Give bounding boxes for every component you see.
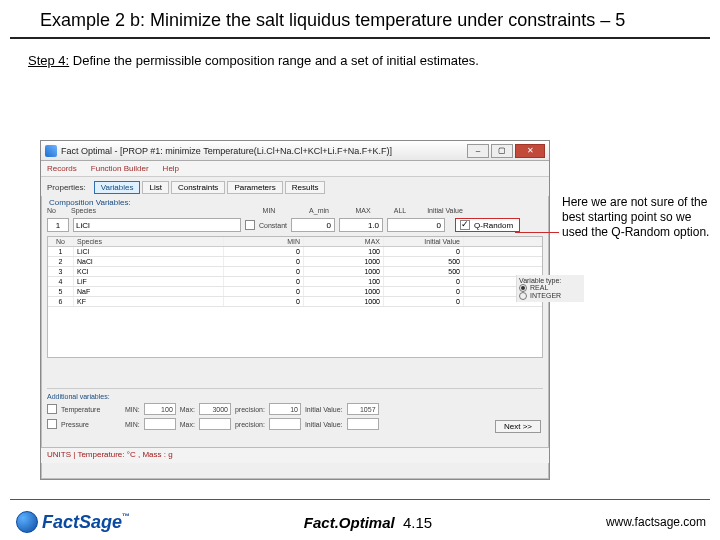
p-iv[interactable] [347,418,379,430]
footer-url: www.factsage.com [606,515,706,529]
th-species: Species [74,237,224,246]
hdr-all: ALL [385,207,415,214]
summary-max[interactable]: 1.0 [339,218,383,232]
step-line: Step 4: Define the permissible compositi… [0,39,720,68]
step-text: Define the permissible composition range… [69,53,479,68]
p-max[interactable] [199,418,231,430]
table-row[interactable]: 2NaCl01000500 [48,257,542,267]
close-button[interactable]: ✕ [515,144,545,158]
hdr-no: No [47,207,71,214]
p-min-label: MIN: [125,421,140,428]
brand-fact: Fact [42,512,79,532]
tab-results[interactable]: Results [285,181,326,194]
th-max: MAX [304,237,384,246]
hdr-amin: A_min [297,207,341,214]
table-row[interactable]: 4LiF01000 [48,277,542,287]
hdr-min: MIN [241,207,297,214]
callout-connector [515,232,559,233]
summary-headers: No Species MIN A_min MAX ALL Initial Val… [41,207,549,216]
summary-min[interactable]: 0 [291,218,335,232]
step-label: Step 4: [28,53,69,68]
tabs-label: Properties: [47,183,86,192]
composition-section-label: Composition Variables: [41,196,549,207]
table-body: 1LiCl010002NaCl010005003KCl010005004LiF0… [48,247,542,307]
vartype-label: Variable type: [519,277,582,284]
additional-variables: Additional variables: Temperature MIN:10… [47,388,543,433]
vartype-integer: INTEGER [530,292,561,299]
app-icon [45,145,57,157]
summary-row: 1 LiCl Constant 0 1.0 0 Q-Random [41,216,549,234]
constant-checkbox[interactable] [245,220,255,230]
hdr-species: Species [71,207,241,214]
tab-list[interactable]: List [142,181,168,194]
variable-type-panel: Variable type: REAL INTEGER [516,275,584,302]
t-iv-label: Initial Value: [305,406,343,413]
radio-integer[interactable] [519,292,527,300]
app-body: Properties: Variables List Constraints P… [41,177,549,463]
hdr-max: MAX [341,207,385,214]
app-window: Fact Optimal - [PROP #1: minimize Temper… [40,140,550,480]
tab-constraints[interactable]: Constraints [171,181,225,194]
tab-parameters[interactable]: Parameters [227,181,282,194]
menubar: Records Function Builder Help [41,161,549,177]
globe-icon [16,511,38,533]
pressure-label: Pressure [61,421,121,428]
p-min[interactable] [144,418,176,430]
t-prec[interactable]: 10 [269,403,301,415]
summary-no[interactable]: 1 [47,218,69,232]
tab-variables[interactable]: Variables [94,181,141,194]
tabs-row: Properties: Variables List Constraints P… [41,177,549,196]
table-head: No Species MIN MAX Initial Value [48,237,542,247]
t-prec-label: precision: [235,406,265,413]
q-random-label: Q-Random [474,221,513,230]
footer-rule [10,499,710,500]
product-name: Fact.Optimal [304,514,395,531]
maximize-button[interactable]: ▢ [491,144,513,158]
p-prec-label: precision: [235,421,265,428]
footer-center: Fact.Optimal 4.15 [130,514,606,531]
t-iv[interactable]: 1057 [347,403,379,415]
th-min: MIN [224,237,304,246]
temperature-label: Temperature [61,406,121,413]
hdr-initval: Initial Value [415,207,475,214]
vartype-real: REAL [530,284,548,291]
species-table: No Species MIN MAX Initial Value 1LiCl01… [47,236,543,358]
t-min-label: MIN: [125,406,140,413]
addl-label: Additional variables: [47,393,543,400]
constant-label: Constant [259,222,287,229]
p-iv-label: Initial Value: [305,421,343,428]
t-max[interactable]: 3000 [199,403,231,415]
next-button[interactable]: Next >> [495,420,541,433]
footer: FactSage™ Fact.Optimal 4.15 www.factsage… [0,504,720,540]
pressure-checkbox[interactable] [47,419,57,429]
slide-title: Example 2 b: Minimize the salt liquidus … [10,0,710,39]
table-row[interactable]: 1LiCl01000 [48,247,542,257]
t-min[interactable]: 100 [144,403,176,415]
p-max-label: Max: [180,421,195,428]
window-title: Fact Optimal - [PROP #1: minimize Temper… [61,146,467,156]
summary-species[interactable]: LiCl [73,218,241,232]
th-initval: Initial Value [384,237,464,246]
t-max-label: Max: [180,406,195,413]
temperature-checkbox[interactable] [47,404,57,414]
logo: FactSage™ [16,511,130,533]
menu-help[interactable]: Help [163,164,179,173]
radio-real[interactable] [519,284,527,292]
summary-initval[interactable]: 0 [387,218,445,232]
q-random-checkbox[interactable] [460,220,470,230]
brand-tm: ™ [122,512,130,521]
titlebar: Fact Optimal - [PROP #1: minimize Temper… [41,141,549,161]
th-no: No [48,237,74,246]
p-prec[interactable] [269,418,301,430]
slide-number: 4.15 [403,514,432,531]
minimize-button[interactable]: – [467,144,489,158]
table-row[interactable]: 6KF010000 [48,297,542,307]
callout-text: Here we are not sure of the best startin… [562,195,712,240]
table-row[interactable]: 5NaF010000 [48,287,542,297]
q-random-box[interactable]: Q-Random [455,218,520,232]
table-row[interactable]: 3KCl01000500 [48,267,542,277]
brand-sage: Sage [79,512,122,532]
menu-function-builder[interactable]: Function Builder [91,164,149,173]
menu-records[interactable]: Records [47,164,77,173]
statusbar: UNITS | Temperature: °C , Mass : g [41,447,549,463]
